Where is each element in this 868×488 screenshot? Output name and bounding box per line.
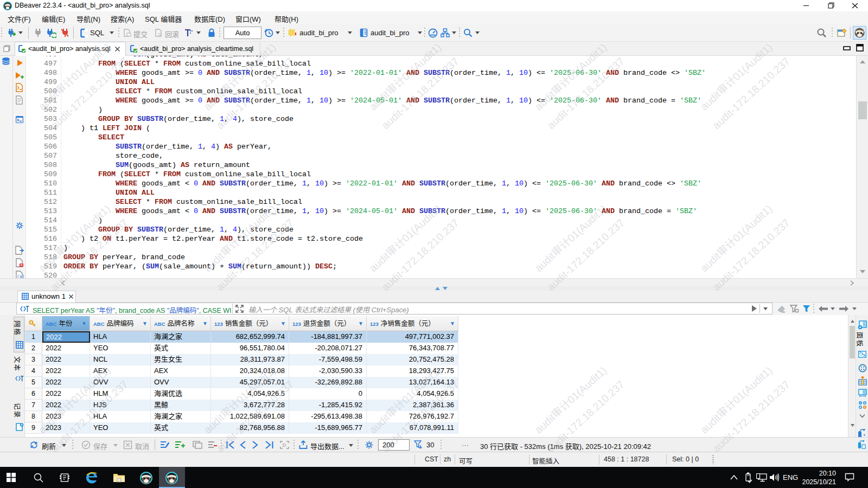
svg-text:(x): (x) <box>17 274 24 278</box>
svg-text:D: D <box>283 442 286 448</box>
